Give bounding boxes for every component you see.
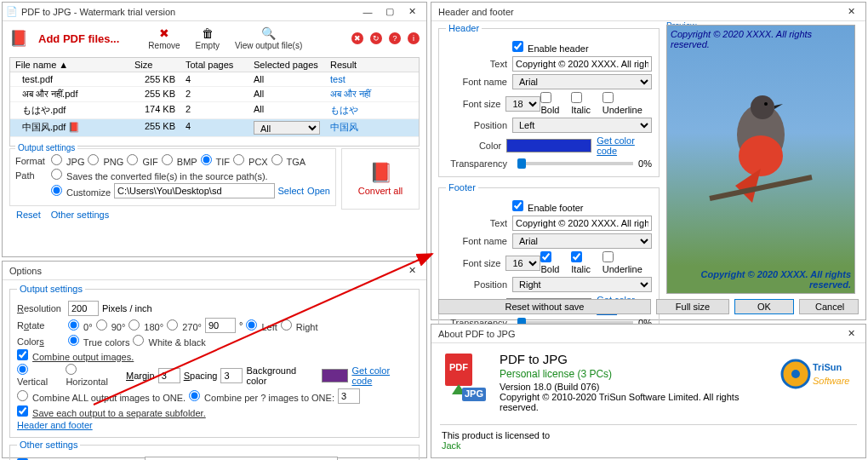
h-bold-checkbox[interactable]: Bold <box>540 92 571 115</box>
f-text-input[interactable] <box>512 216 652 231</box>
format-gif[interactable]: GIF <box>127 157 157 167</box>
f-fontname-select[interactable]: Arial <box>512 233 652 249</box>
rotate-180[interactable]: 180° <box>128 319 163 332</box>
save-subfolder-checkbox[interactable]: Save each output to a separate subfolder… <box>17 405 206 418</box>
maximize-button[interactable]: ▢ <box>379 4 401 20</box>
about-close-button[interactable]: ✕ <box>840 326 862 342</box>
f-underline-checkbox[interactable]: Underline <box>602 251 652 274</box>
f-bold-checkbox[interactable]: Bold <box>540 251 571 274</box>
format-pcx[interactable]: PCX <box>233 157 268 167</box>
orient-vertical[interactable]: Vertical <box>17 364 62 387</box>
table-row[interactable]: もはや.pdf174 KB2Allもはや <box>10 102 419 119</box>
colors-bw[interactable]: White & black <box>133 335 205 348</box>
format-tga[interactable]: TGA <box>271 157 306 167</box>
combine-checkbox[interactable]: Combine output images. <box>17 349 134 362</box>
h-fontname-select[interactable]: Arial <box>512 74 652 89</box>
enable-header-checkbox[interactable]: Enable header <box>512 41 589 54</box>
h-fontsize-select[interactable]: 18 <box>505 96 540 112</box>
grid-body: test.pdf255 KB4Alltestअब और नहीं.pdf255 … <box>10 72 419 146</box>
table-row[interactable]: अब और नहीं.pdf255 KB2Allअब और नहीं <box>10 87 419 102</box>
add-pdf-button[interactable]: Add PDF files... <box>33 32 119 45</box>
f-fontsize-select[interactable]: 16 <box>505 256 540 271</box>
options-close-button[interactable]: ✕ <box>401 263 423 279</box>
hf-fullsize-button[interactable]: Full size <box>656 299 729 314</box>
about-name: PDF to JPG <box>500 352 772 366</box>
sound-path-input[interactable] <box>145 457 339 460</box>
remove-button[interactable]: ✖Remove <box>143 25 185 52</box>
table-row[interactable]: 中国风.pdf 📕255 KB4All中国风 <box>10 119 419 137</box>
format-bmp[interactable]: BMP <box>162 157 197 167</box>
svg-text:JPG: JPG <box>465 388 483 399</box>
pdf-convert-icon: 📕 <box>369 162 392 184</box>
h-transparency-slider[interactable] <box>517 162 633 165</box>
col-result[interactable]: Result <box>325 58 419 72</box>
reset-link[interactable]: Reset <box>16 210 41 220</box>
view-output-button[interactable]: 🔍View output file(s) <box>230 25 307 52</box>
path-open-link[interactable]: Open <box>307 186 330 196</box>
rotate-left[interactable]: Left <box>246 319 277 332</box>
hf-ok-button[interactable]: OK <box>734 299 794 314</box>
h-getcolor-link[interactable]: Get color code <box>597 135 652 156</box>
h-text-input[interactable] <box>512 56 652 72</box>
bg-color-swatch[interactable] <box>322 369 349 382</box>
f-italic-checkbox[interactable]: Italic <box>571 251 602 274</box>
empty-button[interactable]: 🗑Empty <box>191 25 225 52</box>
resolution-input[interactable] <box>68 301 99 316</box>
get-color-link[interactable]: Get color code <box>351 365 412 386</box>
hf-reset-button[interactable]: Reset without save <box>438 299 651 314</box>
col-selected[interactable]: Selected pages <box>248 58 325 72</box>
result-link[interactable]: अब और नहीं <box>330 89 370 99</box>
rotate-custom-input[interactable] <box>205 318 236 333</box>
rotate-0[interactable]: 0° <box>68 319 93 332</box>
enable-footer-checkbox[interactable]: Enable footer <box>512 200 584 213</box>
header-footer-link[interactable]: Header and footer <box>17 420 93 430</box>
hf-titlebar: Header and footer ✕ <box>431 3 865 21</box>
red-action-1[interactable]: ✖ <box>351 32 363 44</box>
path-input[interactable] <box>114 183 274 198</box>
h-italic-checkbox[interactable]: Italic <box>571 92 602 115</box>
format-label: Format <box>15 156 48 166</box>
table-row[interactable]: test.pdf255 KB4Alltest <box>10 72 419 87</box>
path-opt-custom[interactable]: Customize <box>51 185 111 198</box>
path-select-link[interactable]: Select <box>278 186 305 196</box>
rotate-270[interactable]: 270° <box>167 319 202 332</box>
result-link[interactable]: test <box>330 74 345 84</box>
main-title: PDF to JPG - Watermark trial version <box>18 7 357 17</box>
colors-true[interactable]: True colors <box>68 335 129 348</box>
h-position-select[interactable]: Left <box>512 118 652 133</box>
rotate-right[interactable]: Right <box>281 319 318 332</box>
red-action-2[interactable]: ↻ <box>370 32 382 44</box>
hf-close-button[interactable]: ✕ <box>840 4 862 20</box>
combine-all-radio[interactable]: Combine ALL output images to ONE. <box>17 390 186 403</box>
margin-input[interactable] <box>158 368 180 383</box>
red-action-3[interactable]: ? <box>389 32 401 44</box>
hf-cancel-button[interactable]: Cancel <box>799 299 859 314</box>
h-underline-checkbox[interactable]: Underline <box>602 92 652 115</box>
convert-all-button[interactable]: 📕 Convert all <box>341 148 420 210</box>
col-filename[interactable]: File name ▲ <box>10 58 129 72</box>
licensed-to-label: This product is licensed to <box>442 430 855 440</box>
minimize-button[interactable]: — <box>357 4 379 20</box>
combine-per-radio[interactable]: Combine per ? images to ONE: <box>189 390 334 403</box>
combine-per-input[interactable] <box>338 388 360 404</box>
bird-image <box>701 75 820 211</box>
spacing-input[interactable] <box>220 368 243 383</box>
output-legend: Output settings <box>15 143 77 152</box>
orient-horizontal[interactable]: Horizontal <box>66 364 123 387</box>
result-link[interactable]: もはや <box>330 105 358 115</box>
h-color-swatch[interactable] <box>506 139 591 152</box>
f-position-select[interactable]: Right <box>512 277 652 292</box>
red-action-4[interactable]: i <box>408 32 420 44</box>
selected-pages-select[interactable]: All <box>254 121 320 135</box>
close-button[interactable]: ✕ <box>401 4 423 20</box>
grid-header[interactable]: File name ▲ Size Total pages Selected pa… <box>10 58 419 72</box>
format-tif[interactable]: TIF <box>201 157 230 167</box>
col-size[interactable]: Size <box>129 58 180 72</box>
format-jpg[interactable]: JPG <box>51 157 84 167</box>
format-png[interactable]: PNG <box>88 157 123 167</box>
other-settings-link[interactable]: Other settings <box>51 210 109 220</box>
col-total[interactable]: Total pages <box>180 58 248 72</box>
rotate-90[interactable]: 90° <box>96 319 126 332</box>
result-link[interactable]: 中国风 <box>330 122 358 132</box>
path-opt-source[interactable]: Saves the converted file(s) in the sourc… <box>51 169 268 181</box>
